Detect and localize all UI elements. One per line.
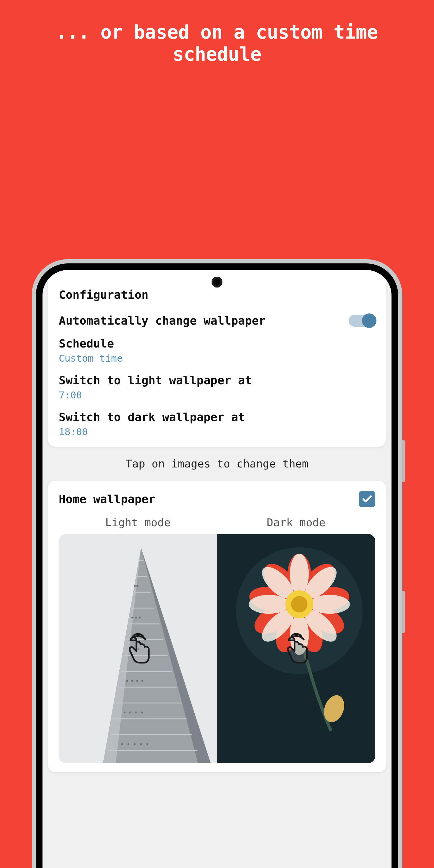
dark-wallpaper-preview[interactable] <box>217 534 375 763</box>
svg-point-16 <box>131 617 133 618</box>
schedule-setting[interactable]: Schedule Custom time <box>59 337 375 364</box>
svg-point-30 <box>121 743 123 745</box>
svg-point-24 <box>136 680 138 682</box>
dark-time-setting[interactable]: Switch to dark wallpaper at 18:00 <box>59 410 375 438</box>
phone-mockup: Configuration Automatically change wallp… <box>32 259 402 868</box>
configuration-card: Configuration Automatically change wallp… <box>48 270 386 447</box>
light-mode-label: Light mode <box>59 516 217 529</box>
auto-change-toggle[interactable] <box>349 315 375 327</box>
phone-side-button <box>402 591 405 633</box>
svg-point-56 <box>291 596 308 613</box>
svg-point-29 <box>141 712 143 713</box>
dark-time-label: Switch to dark wallpaper at <box>59 410 375 424</box>
svg-point-26 <box>124 712 125 713</box>
configuration-title: Configuration <box>59 288 375 301</box>
auto-change-setting[interactable]: Automatically change wallpaper <box>59 314 375 327</box>
home-wallpaper-card: Home wallpaper Light mode Dark mode <box>48 481 386 772</box>
svg-point-33 <box>140 743 142 745</box>
light-wallpaper-preview[interactable] <box>59 534 217 763</box>
hero-headline: ... or based on a custom time schedule <box>0 0 434 65</box>
svg-point-31 <box>127 743 129 745</box>
app-screen: Configuration Automatically change wallp… <box>42 270 392 868</box>
svg-point-34 <box>147 743 148 745</box>
svg-point-23 <box>131 680 133 682</box>
helper-text: Tap on images to change them <box>42 458 392 470</box>
dark-time-value: 18:00 <box>59 426 375 438</box>
auto-change-label: Automatically change wallpaper <box>59 314 266 327</box>
svg-point-27 <box>129 712 131 713</box>
wallpaper-previews <box>59 534 375 763</box>
svg-point-28 <box>135 712 137 713</box>
svg-point-32 <box>134 743 135 745</box>
phone-camera <box>212 277 222 287</box>
home-wallpaper-title: Home wallpaper <box>59 493 155 506</box>
svg-point-17 <box>135 617 137 618</box>
schedule-value: Custom time <box>59 352 375 364</box>
light-time-label: Switch to light wallpaper at <box>59 374 375 387</box>
svg-point-25 <box>141 680 143 682</box>
mode-headers: Light mode Dark mode <box>59 516 375 529</box>
svg-point-18 <box>139 617 141 618</box>
check-icon <box>361 493 373 505</box>
toggle-knob <box>362 313 376 328</box>
home-wallpaper-checkbox[interactable] <box>359 491 375 507</box>
phone-side-button <box>402 440 405 482</box>
light-time-setting[interactable]: Switch to light wallpaper at 7:00 <box>59 374 375 401</box>
svg-point-14 <box>134 585 135 587</box>
tap-icon <box>124 632 152 665</box>
schedule-label: Schedule <box>59 337 375 350</box>
dark-mode-label: Dark mode <box>217 516 375 529</box>
svg-point-15 <box>136 585 138 587</box>
svg-point-22 <box>126 680 128 682</box>
tap-icon <box>283 632 310 665</box>
light-time-value: 7:00 <box>59 390 375 401</box>
